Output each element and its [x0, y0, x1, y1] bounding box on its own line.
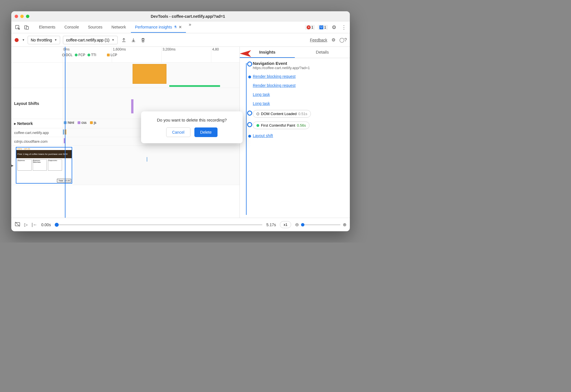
tick: 3,200ms	[161, 47, 175, 63]
record-menu-icon[interactable]: ▼	[22, 38, 25, 41]
lcp-block[interactable]	[133, 64, 166, 84]
timeline-node-icon	[247, 61, 252, 67]
zoom-out-icon[interactable]: ⊖	[295, 222, 299, 227]
record-button[interactable]	[15, 38, 19, 42]
insight-link[interactable]: Render blocking request	[253, 83, 296, 88]
tab-label: Performance insights	[135, 25, 172, 29]
playback-slider[interactable]	[55, 224, 262, 225]
insights-list[interactable]: Navigation Event https://coffee-cart.net…	[240, 58, 350, 218]
insight-navigation[interactable]: Navigation Event https://coffee-cart.net…	[243, 61, 346, 70]
timeline-node-icon	[247, 122, 252, 127]
close-tab-icon[interactable]: ✕	[179, 25, 182, 29]
chevron-down-icon: ▼	[54, 38, 57, 41]
arrow-annotation	[236, 47, 252, 61]
host-label: coffee-cart.netlify.app	[11, 128, 62, 137]
tabs-overflow-icon[interactable]: »	[187, 22, 193, 33]
minimize-window-button[interactable]	[20, 15, 24, 18]
insight-item: Render blocking request	[243, 74, 346, 79]
timeline-markers: DCL FCP TTI LCP	[62, 53, 117, 57]
timeline-node-icon	[248, 135, 251, 138]
error-count: 1	[311, 25, 313, 29]
thumb-banner: Free 1 bag of coffee beans for purchase …	[16, 150, 72, 158]
tick: 4,80	[211, 47, 219, 63]
insights-pane: Insights Details Navigation Event https:…	[240, 47, 350, 218]
playback-bar: ▷ |← 0.00s 5.17s x1 ⊖ ⊕	[11, 218, 350, 231]
dcl-marker-icon	[62, 54, 65, 56]
fcp-pill-icon	[256, 124, 259, 127]
upload-icon[interactable]	[120, 37, 127, 43]
tab-network[interactable]: Network	[107, 22, 130, 33]
layout-shifts-label: Layout Shifts	[11, 88, 62, 119]
inspect-icon[interactable]	[14, 23, 21, 31]
insight-item: Render blocking request	[243, 83, 346, 88]
playhead-line[interactable]	[65, 47, 65, 218]
tab-elements[interactable]: Elements	[35, 22, 59, 33]
metric-pill: DOM Content Loaded 0.51s	[253, 110, 311, 118]
insight-item: Long task	[243, 101, 346, 106]
tab-performance-insights[interactable]: Performance insights ⚗ ✕	[131, 22, 186, 33]
cancel-button[interactable]: Cancel	[166, 127, 190, 137]
feedback-link[interactable]: Feedback	[310, 38, 327, 42]
css-legend-icon	[78, 121, 80, 124]
filmstrip-row: ▸ menu cart (0) Free 1 bag of coffee bea…	[11, 146, 240, 185]
play-icon[interactable]: ▷	[24, 222, 28, 227]
flask-icon: ⚗	[174, 25, 177, 29]
insight-link[interactable]: Long task	[253, 92, 270, 97]
error-icon: ✕	[307, 25, 311, 29]
zoom-in-icon[interactable]: ⊕	[343, 222, 346, 227]
help-icon[interactable]: ◯?	[340, 37, 346, 43]
panel-tabbar: Elements Console Sources Network Perform…	[11, 21, 350, 33]
shift-bar[interactable]	[131, 99, 133, 113]
time-start: 0.00s	[41, 223, 51, 227]
more-menu-icon[interactable]: ⋮	[340, 23, 348, 32]
download-icon[interactable]	[130, 37, 137, 43]
fcp-marker-icon	[75, 54, 78, 56]
zoom-slider[interactable]	[301, 224, 341, 225]
panel-tabs: Elements Console Sources Network Perform…	[35, 22, 304, 33]
insight-fcp[interactable]: First Contentful Paint 0.56s	[243, 122, 346, 129]
lcp-marker-icon	[107, 54, 110, 56]
throttling-value: No throttling	[31, 38, 52, 42]
info-count: 1	[324, 25, 326, 29]
delete-icon[interactable]	[140, 37, 146, 43]
recording-value: coffee-cart.netlify.app (1)	[66, 38, 109, 42]
filmstrip-frame[interactable]: menu cart (0) Free 1 bag of coffee beans…	[16, 147, 72, 184]
insight-link[interactable]: Render blocking request	[253, 74, 296, 79]
speed-select[interactable]: x1	[280, 221, 291, 228]
thumb-item: Espresso Macchiato	[33, 159, 47, 171]
insight-link[interactable]: Long task	[253, 101, 270, 106]
cls-strip[interactable]	[169, 85, 220, 87]
timeline-node-icon	[248, 76, 251, 78]
svg-rect-2	[26, 27, 28, 29]
settings-icon[interactable]: ⚙	[331, 23, 337, 32]
insight-dcl[interactable]: DOM Content Loaded 0.51s	[243, 110, 346, 118]
tab-console[interactable]: Console	[60, 22, 83, 33]
delete-button[interactable]: Delete	[194, 127, 218, 137]
request-bar[interactable]	[63, 129, 64, 135]
insight-link[interactable]: Layout shift	[253, 133, 273, 138]
filmstrip-toggle[interactable]: ▸	[11, 146, 15, 185]
close-window-button[interactable]	[15, 15, 18, 18]
request-bar[interactable]	[147, 157, 147, 162]
js-legend-icon	[90, 121, 93, 124]
rewind-icon[interactable]: |←	[32, 222, 37, 227]
insight-title: Navigation Event	[253, 61, 346, 66]
toggle-screenshots-icon[interactable]	[15, 221, 20, 228]
host-label: cdnjs.cloudflare.com	[11, 137, 62, 146]
recording-select[interactable]: coffee-cart.netlify.app (1) ▼	[63, 36, 117, 44]
titlebar: DevTools - coffee-cart.netlify.app/?ad=1	[11, 11, 350, 21]
network-label[interactable]: ▸ Network	[11, 119, 62, 128]
tab-sources[interactable]: Sources	[84, 22, 106, 33]
panel-settings-icon[interactable]: ⚙	[330, 37, 337, 43]
device-toggle-icon[interactable]	[23, 23, 30, 31]
maximize-window-button[interactable]	[26, 15, 29, 18]
tab-details[interactable]: Details	[295, 47, 350, 58]
info-count-badge[interactable]: 🗨 1	[318, 25, 328, 30]
thumb-item: Espresso	[17, 159, 32, 171]
insight-item: Layout shift	[243, 133, 346, 138]
metric-pill: First Contentful Paint 0.56s	[253, 122, 309, 129]
throttling-select[interactable]: No throttling ▼	[28, 36, 60, 44]
dialog-message: Do you want to delete this recording?	[147, 118, 237, 122]
error-count-badge[interactable]: ✕ 1	[305, 25, 315, 30]
section-lcp-visual	[11, 63, 240, 88]
